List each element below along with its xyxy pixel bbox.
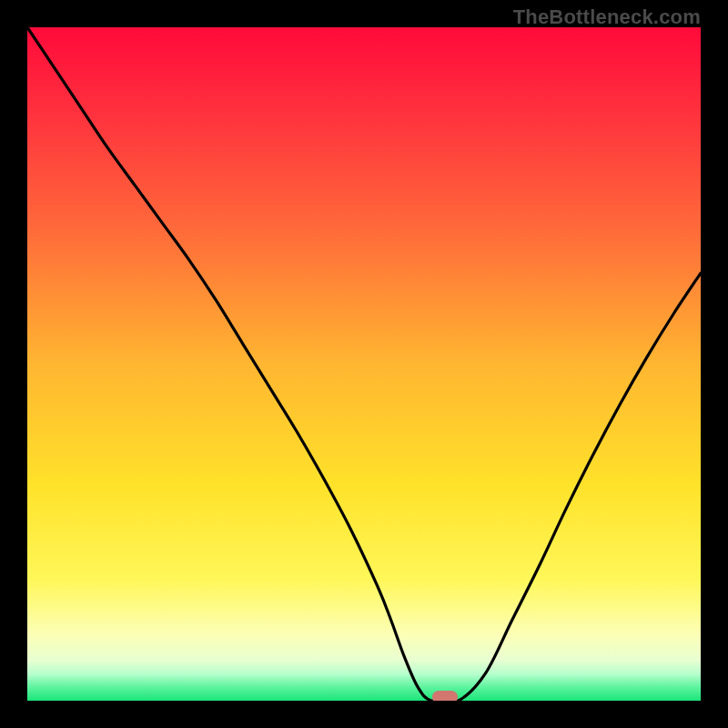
bottleneck-curve: [27, 27, 701, 701]
watermark-text: TheBottleneck.com: [513, 5, 701, 29]
optimal-marker: [432, 691, 458, 701]
plot-area: [27, 27, 701, 701]
chart-frame: TheBottleneck.com: [0, 0, 728, 728]
